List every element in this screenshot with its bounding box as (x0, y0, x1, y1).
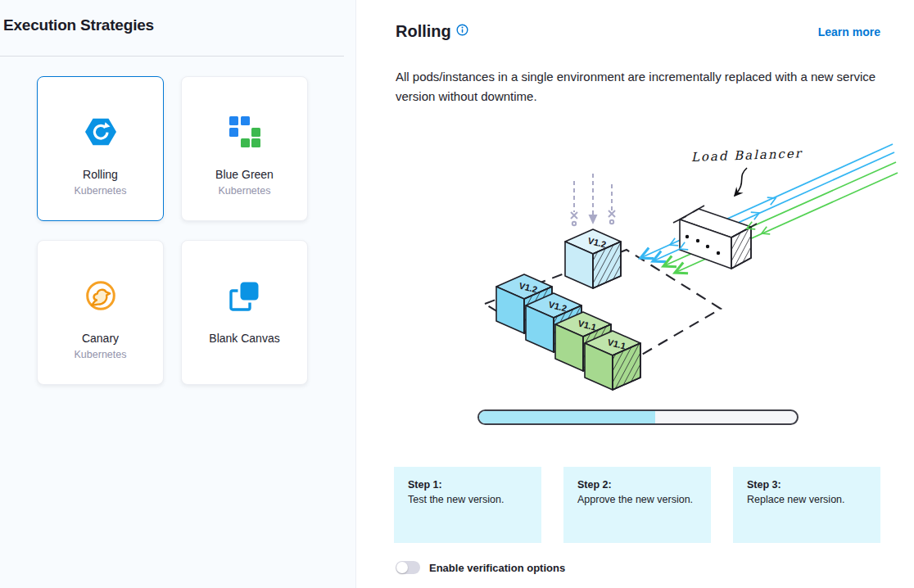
strategy-card-blue-green[interactable]: Blue Green Kubernetes (181, 76, 308, 221)
page-title: Execution Strategies (3, 16, 154, 34)
rollout-progress-bar (477, 409, 799, 425)
verification-toggle-row: Enable verification options (396, 561, 565, 574)
blue-green-squares-icon (228, 115, 261, 148)
step-text: Replace new version. (747, 493, 866, 506)
strategy-card-title: Rolling (83, 168, 118, 181)
strategy-card-canary[interactable]: Canary Kubernetes (37, 240, 164, 385)
strategy-card-subtitle: Kubernetes (75, 185, 127, 197)
divider (0, 56, 344, 57)
strategy-card-subtitle: Kubernetes (75, 349, 127, 360)
toggle-knob (396, 562, 408, 573)
step-text: Test the new version. (408, 493, 527, 506)
strategy-card-subtitle: Kubernetes (219, 185, 271, 197)
strategy-cards: Rolling Kubernetes Blue Green Kubernetes (37, 76, 308, 385)
step-card-2: Step 2: Approve the new version. (563, 467, 711, 543)
strategy-card-rolling[interactable]: Rolling Kubernetes (37, 76, 164, 221)
detail-header: Rolling Learn more (396, 22, 880, 41)
traffic-lines (640, 144, 898, 273)
step-title: Step 3: (747, 478, 866, 491)
deploy-arrowhead (589, 215, 598, 224)
strategy-detail-panel: Rolling Learn more All pods/instances in… (356, 0, 914, 588)
load-balancer-pointer-arrow (735, 168, 747, 196)
step-text: Approve the new version. (577, 493, 697, 506)
strategy-card-title: Blue Green (215, 168, 274, 181)
overlapping-squares-icon (228, 279, 261, 312)
verification-toggle-label: Enable verification options (429, 562, 565, 574)
canary-bird-icon (84, 279, 117, 312)
strategy-card-blank-canvas[interactable]: Blank Canvas (181, 240, 308, 385)
strategy-card-title: Canary (82, 332, 119, 345)
strategy-description: All pods/instances in a single environme… (396, 67, 880, 106)
verification-toggle[interactable] (396, 561, 420, 574)
step-title: Step 2: (577, 478, 697, 491)
learn-more-link[interactable]: Learn more (818, 25, 880, 38)
detail-title: Rolling (396, 22, 451, 41)
rolling-deployment-illustration: V1.2 V1.2 V1.2 V1.1 V1. (459, 127, 901, 397)
step-card-1: Step 1: Test the new version. (394, 467, 541, 543)
strategy-card-title: Blank Canvas (209, 332, 279, 345)
strategy-steps: Step 1: Test the new version. Step 2: Ap… (394, 467, 880, 543)
step-title: Step 1: (408, 478, 527, 491)
rollout-progress-fill (479, 411, 655, 423)
load-balancer-label: Load Balancer (691, 146, 803, 165)
rolling-hexagon-refresh-icon (84, 115, 117, 148)
strategy-picker-panel: Execution Strategies Rolling Kubernetes (0, 0, 356, 588)
info-icon[interactable] (456, 24, 468, 39)
step-card-3: Step 3: Replace new version. (733, 467, 880, 543)
